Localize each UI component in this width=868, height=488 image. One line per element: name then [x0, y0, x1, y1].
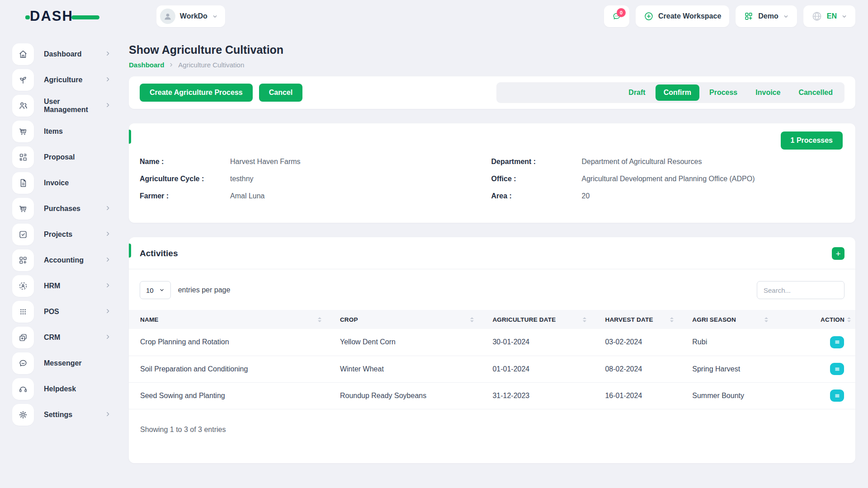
sidebar-item-hrm[interactable]: HRM: [12, 275, 113, 297]
cell-harvest-date: 16-01-2024: [594, 382, 681, 409]
sidebar-item-label: Purchases: [44, 205, 95, 213]
chevron-down-icon: [783, 14, 789, 19]
sidebar-item-proposal[interactable]: Proposal: [12, 146, 113, 168]
sort-icon: [470, 317, 474, 322]
cell-harvest-date: 08-02-2024: [594, 356, 681, 382]
status-tabbar: Draft Confirm Process Invoice Cancelled: [496, 82, 844, 103]
page-title: Show Agriculture Cultivation: [129, 43, 855, 56]
tab-confirm[interactable]: Confirm: [656, 84, 699, 101]
row-actions-button[interactable]: [830, 389, 844, 402]
sidebar-item-label: Items: [44, 127, 113, 136]
sidebar-item-projects[interactable]: Projects: [12, 224, 113, 245]
field-office: Office : Agricultural Development and Pl…: [491, 175, 843, 183]
create-agriculture-process-button[interactable]: Create Agriculture Process: [140, 84, 253, 102]
demo-workspace-dropdown[interactable]: Demo: [736, 5, 797, 27]
column-header-agri-season[interactable]: AGRI SEASON: [681, 310, 775, 329]
tab-process[interactable]: Process: [701, 84, 745, 101]
sidebar-item-messenger[interactable]: Messenger: [12, 352, 113, 374]
field-label: Name :: [140, 158, 230, 166]
column-header-harvest-date[interactable]: HARVEST DATE: [594, 310, 681, 329]
sidebar-item-user-management[interactable]: User Management: [12, 95, 113, 117]
avatar: [160, 9, 175, 24]
sidebar-item-items[interactable]: Items: [12, 121, 113, 142]
sidebar-item-label: CRM: [44, 333, 95, 342]
field-label: Agriculture Cycle :: [140, 175, 230, 183]
card-accent-bar: [129, 244, 131, 258]
cancel-button[interactable]: Cancel: [259, 84, 302, 102]
activities-title: Activities: [140, 249, 178, 258]
field-value: Department of Agricultural Resources: [582, 158, 702, 166]
logo-accent-dot: [25, 15, 30, 19]
create-workspace-button[interactable]: Create Workspace: [636, 5, 729, 27]
dash-logo: DASH: [30, 8, 99, 24]
chevron-right-icon: [105, 230, 111, 239]
field-value: 20: [582, 192, 590, 200]
sidebar-item-label: Accounting: [44, 256, 95, 264]
cell-agri-season: Spring Harvest: [681, 356, 775, 382]
column-header-agriculture-date[interactable]: AGRICULTURE DATE: [481, 310, 594, 329]
breadcrumb: Dashboard Agriculture Cultivation: [129, 61, 855, 69]
menu-icon: [835, 366, 840, 372]
table-entries-summary: Showing 1 to 3 of 3 entries: [129, 409, 855, 434]
language-dropdown[interactable]: EN: [803, 5, 855, 27]
sidebar-item-agriculture[interactable]: Agriculture: [12, 69, 113, 91]
cell-name: Seed Sowing and Planting: [129, 382, 329, 409]
row-actions-button[interactable]: [830, 363, 844, 375]
chevron-right-icon: [105, 411, 111, 419]
field-name: Name : Harvest Haven Farms: [140, 158, 491, 166]
entries-per-page-value: 10: [146, 286, 154, 294]
field-value: Amal Luna: [230, 192, 265, 200]
field-farmer: Farmer : Amal Luna: [140, 192, 491, 200]
sort-icon: [318, 317, 321, 322]
sidebar-item-label: User Management: [44, 98, 95, 114]
cell-crop: Roundup Ready Soybeans: [329, 382, 481, 409]
field-label: Department :: [491, 158, 582, 166]
tab-invoice[interactable]: Invoice: [747, 84, 788, 101]
sidebar-item-helpdesk[interactable]: Helpdesk: [12, 378, 113, 400]
topbar: DASH WorkDo 0 Create Workspace: [0, 0, 868, 33]
sort-icon: [764, 317, 768, 322]
cell-agriculture-date: 31-12-2023: [481, 382, 594, 409]
field-area: Area : 20: [491, 192, 843, 200]
breadcrumb-dashboard-link[interactable]: Dashboard: [129, 61, 164, 69]
field-value: Harvest Haven Farms: [230, 158, 301, 166]
sidebar-item-pos[interactable]: POS: [12, 301, 113, 323]
workspace-switcher[interactable]: WorkDo: [156, 5, 225, 27]
table-row: Soil Preparation and Conditioning Winter…: [129, 356, 855, 382]
activities-card: Activities + 10 entries per page NAME CR…: [129, 237, 855, 463]
sidebar-item-crm[interactable]: CRM: [12, 327, 113, 348]
qr-icon: [12, 146, 34, 168]
tab-draft[interactable]: Draft: [620, 84, 653, 101]
entries-per-page-label: entries per page: [178, 286, 231, 294]
sidebar-item-invoice[interactable]: Invoice: [12, 172, 113, 194]
cell-harvest-date: 03-02-2024: [594, 329, 681, 356]
column-header-crop[interactable]: CROP: [329, 310, 481, 329]
sidebar-item-settings[interactable]: Settings: [12, 404, 113, 426]
sidebar-item-accounting[interactable]: Accounting: [12, 249, 113, 271]
chevron-right-icon: [105, 102, 111, 110]
sidebar-item-dashboard[interactable]: Dashboard: [12, 43, 113, 65]
sidebar-item-label: Invoice: [44, 179, 113, 187]
add-activity-button[interactable]: +: [832, 247, 844, 260]
field-label: Farmer :: [140, 192, 230, 200]
details-card: 1 Processes Name : Harvest Haven Farms A…: [129, 123, 855, 223]
column-header-name[interactable]: NAME: [129, 310, 329, 329]
cell-agriculture-date: 30-01-2024: [481, 329, 594, 356]
field-department: Department : Department of Agricultural …: [491, 158, 843, 166]
actions-card: Create Agriculture Process Cancel Draft …: [129, 76, 855, 109]
entries-per-page-select[interactable]: 10: [140, 281, 171, 299]
details-right-column: Department : Department of Agricultural …: [491, 158, 843, 209]
column-header-action[interactable]: ACTION: [775, 310, 855, 329]
sidebar-item-purchases[interactable]: Purchases: [12, 198, 113, 220]
row-actions-button[interactable]: [830, 336, 844, 348]
messages-button[interactable]: 0: [604, 5, 629, 27]
cell-agri-season: Summer Bounty: [681, 382, 775, 409]
tab-cancelled[interactable]: Cancelled: [790, 84, 841, 101]
cart-icon: [12, 198, 34, 220]
search-input[interactable]: [757, 281, 844, 299]
processes-button[interactable]: 1 Processes: [781, 131, 843, 150]
field-value: Agricultural Development and Planning Of…: [582, 175, 755, 183]
cell-agri-season: Rubi: [681, 329, 775, 356]
chevron-right-icon: [105, 308, 111, 316]
sidebar-item-label: HRM: [44, 282, 95, 290]
